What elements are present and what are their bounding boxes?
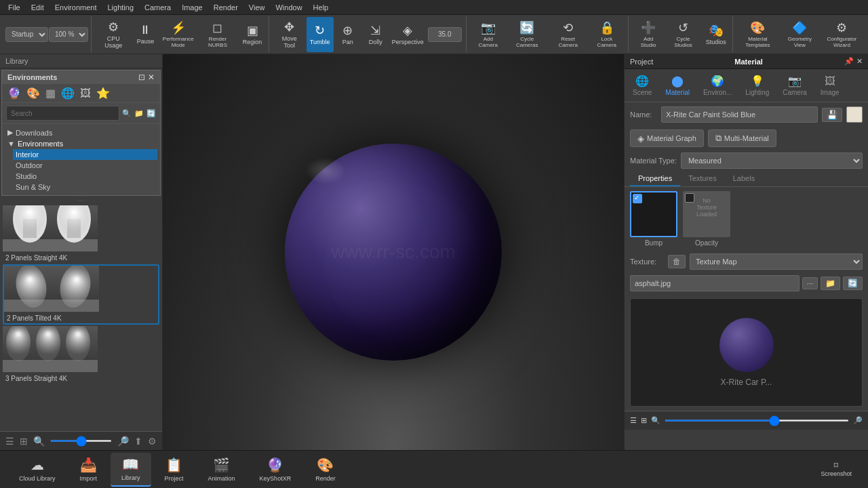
menu-view[interactable]: View xyxy=(243,2,271,13)
perspective-button[interactable]: ◈ Perspective xyxy=(390,17,426,52)
bump-texture-thumb[interactable] xyxy=(630,191,677,237)
rp-zoom-icon[interactable]: 🔎 xyxy=(853,416,863,425)
pan-button[interactable]: ⊕ Pan xyxy=(334,17,361,52)
tree-item-outdoor[interactable]: Outdoor xyxy=(13,160,157,171)
move-tool-button[interactable]: ✥ Move Tool xyxy=(273,17,306,52)
material-name-input[interactable] xyxy=(661,106,818,123)
cpu-usage-button[interactable]: ⚙ CPU Usage xyxy=(96,17,131,52)
cycle-cameras-button[interactable]: 🔄 Cycle Cameras xyxy=(507,17,548,52)
tab-lighting[interactable]: 💡 Lighting xyxy=(740,72,774,99)
upload-icon[interactable]: ⬆ xyxy=(134,436,142,447)
cloud-library-button[interactable]: ☁ Cloud Library xyxy=(8,453,66,487)
rp-pin-icon[interactable]: 📌 xyxy=(844,57,854,66)
texture-refresh-button[interactable]: 🔄 xyxy=(843,277,863,290)
menu-render[interactable]: Render xyxy=(208,2,243,13)
tab-environment[interactable]: 🌍 Environ... xyxy=(698,72,737,99)
texture-more-button[interactable]: ··· xyxy=(802,277,818,289)
animation-button[interactable]: 🎬 Animation xyxy=(197,453,246,487)
tree-item-studio[interactable]: Studio xyxy=(13,171,157,182)
configurator-wizard-button[interactable]: ⚙ Configurator Wizard xyxy=(821,17,863,52)
add-camera-button[interactable]: 📷 Add Camera xyxy=(471,17,506,52)
menu-edit[interactable]: Edit xyxy=(26,2,50,13)
geometry-view-button[interactable]: 🔷 Geometry View xyxy=(779,17,821,52)
opacity-texture-thumb[interactable]: NoTextureLoaded xyxy=(683,191,730,237)
lib-backplates-icon[interactable]: 🖼 xyxy=(80,87,91,100)
keyshotxr-button[interactable]: 🔮 KeyShotXR xyxy=(249,453,302,487)
tab-scene[interactable]: 🌐 Scene xyxy=(627,72,657,99)
menu-window[interactable]: Window xyxy=(270,2,307,13)
texture-file-input[interactable] xyxy=(630,275,800,291)
list-item[interactable]: 3 Panels Straight 4K xyxy=(3,326,159,384)
tree-item-sun-sky[interactable]: Sun & Sky xyxy=(13,182,157,192)
tree-item-interior[interactable]: Interior xyxy=(13,149,157,160)
refresh-icon[interactable]: 🔄 xyxy=(146,109,156,118)
tree-item-environments[interactable]: ▼ Environments xyxy=(5,138,157,149)
viewport[interactable]: www.rr-sc.com xyxy=(163,54,624,450)
texture-type-select[interactable]: Texture Map Bump Map xyxy=(690,253,863,270)
rp-grid-icon[interactable]: ⊞ xyxy=(641,416,647,425)
color-swatch[interactable] xyxy=(846,106,863,123)
zoom-select[interactable]: 100 % xyxy=(49,27,88,42)
studios-button[interactable]: 🎭 Studios xyxy=(703,17,730,52)
workspace-select[interactable]: Startup xyxy=(5,27,48,42)
list-view-icon[interactable]: ☰ xyxy=(5,436,14,447)
menu-image[interactable]: Image xyxy=(176,2,208,13)
opacity-checkbox[interactable] xyxy=(685,193,694,203)
lib-favorites-icon[interactable]: ⭐ xyxy=(96,87,110,100)
render-button[interactable]: 🎨 Render xyxy=(304,453,347,487)
menu-environment[interactable]: Environment xyxy=(50,2,102,13)
tree-item-downloads[interactable]: ▶ Downloads xyxy=(5,127,157,138)
props-tab-labels[interactable]: Labels xyxy=(725,171,763,186)
name-save-button[interactable]: 💾 xyxy=(822,108,842,122)
focal-length-input[interactable] xyxy=(428,27,462,42)
import-button[interactable]: 📥 Import xyxy=(69,453,108,487)
thumb-size-slider[interactable] xyxy=(50,440,112,442)
menu-file[interactable]: File xyxy=(3,2,26,13)
env-close-icon[interactable]: ✕ xyxy=(148,73,155,82)
bump-checkbox[interactable] xyxy=(633,194,642,203)
performance-mode-button[interactable]: ⚡ Performance Mode xyxy=(159,17,197,52)
material-type-select[interactable]: Measured Plastic Metal xyxy=(681,152,863,169)
rp-search-icon[interactable]: 🔍 xyxy=(651,416,660,425)
render-nurbs-button[interactable]: ◻ Render NURBS xyxy=(197,17,238,52)
zoom-in-icon[interactable]: 🔎 xyxy=(117,436,129,447)
project-button[interactable]: 📋 Project xyxy=(154,453,195,487)
menu-lighting[interactable]: Lighting xyxy=(102,2,139,13)
panel-resize-handle[interactable]: ··· xyxy=(0,197,162,203)
search-input[interactable] xyxy=(6,106,119,121)
add-studio-button[interactable]: ➕ Add Studio xyxy=(633,17,664,52)
folder-icon[interactable]: 📁 xyxy=(134,109,144,118)
props-tab-textures[interactable]: Textures xyxy=(680,171,725,186)
pause-button[interactable]: ⏸ Pause xyxy=(132,17,159,52)
screenshot-button[interactable]: ⊡ Screenshot xyxy=(812,453,860,487)
material-graph-button[interactable]: ◈ Material Graph xyxy=(630,129,704,147)
reset-camera-button[interactable]: ⟲ Reset Camera xyxy=(549,17,588,52)
texture-folder-button[interactable]: 📁 xyxy=(821,277,840,290)
grid-view-icon[interactable]: ⊞ xyxy=(20,436,28,447)
lib-colors-icon[interactable]: 🎨 xyxy=(26,87,40,100)
rp-list-icon[interactable]: ☰ xyxy=(630,416,637,425)
texture-delete-button[interactable]: 🗑 xyxy=(668,255,686,268)
lock-camera-button[interactable]: 🔒 Lock Camera xyxy=(589,17,625,52)
zoom-out-icon[interactable]: 🔍 xyxy=(33,436,45,447)
region-button[interactable]: ▣ Region xyxy=(239,17,266,52)
menu-help[interactable]: Help xyxy=(308,2,334,13)
tab-camera[interactable]: 📷 Camera xyxy=(777,72,812,99)
cycle-studios-button[interactable]: ↺ Cycle Studios xyxy=(665,17,702,52)
tumble-button[interactable]: ↻ Tumble xyxy=(307,17,334,52)
env-expand-icon[interactable]: ⊡ xyxy=(138,73,145,82)
tab-image[interactable]: 🖼 Image xyxy=(815,73,845,99)
dolly-button[interactable]: ⇲ Dolly xyxy=(362,17,389,52)
rp-size-slider[interactable] xyxy=(665,420,849,422)
multi-material-button[interactable]: ⧉ Multi-Material xyxy=(708,129,776,147)
lib-textures-icon[interactable]: ▦ xyxy=(45,87,56,100)
menu-camera[interactable]: Camera xyxy=(139,2,176,13)
list-item[interactable]: 2 Panels Tilted 4K xyxy=(3,264,159,325)
tab-material[interactable]: ⬤ Material xyxy=(660,72,695,99)
lib-materials-icon[interactable]: 🔮 xyxy=(7,87,21,100)
material-templates-button[interactable]: 🎨 Material Templates xyxy=(737,17,778,52)
props-tab-properties[interactable]: Properties xyxy=(630,171,680,186)
rp-close-icon[interactable]: ✕ xyxy=(856,57,863,66)
settings-icon[interactable]: ⚙ xyxy=(148,436,157,447)
lib-environments-icon[interactable]: 🌐 xyxy=(61,87,75,100)
